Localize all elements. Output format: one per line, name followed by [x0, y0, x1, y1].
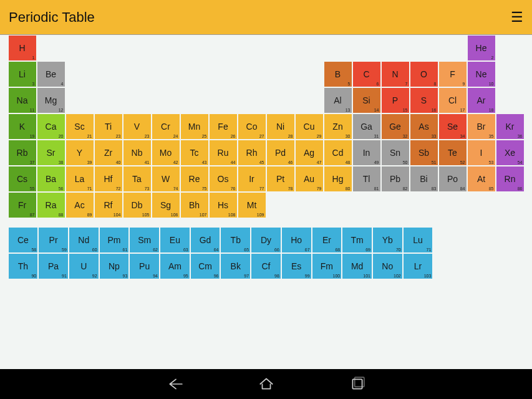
- element-cell-n[interactable]: N7: [381, 61, 410, 87]
- element-cell-pr[interactable]: Pr59: [38, 227, 69, 253]
- element-cell-si[interactable]: Si14: [352, 87, 381, 113]
- element-cell-fr[interactable]: Fr87: [8, 192, 37, 218]
- menu-icon[interactable]: ☰: [511, 11, 523, 24]
- element-cell-cs[interactable]: Cs55: [8, 166, 37, 192]
- element-cell-cm[interactable]: Cm96: [190, 253, 221, 279]
- element-cell-tm[interactable]: Tm69: [342, 227, 372, 253]
- element-cell-i[interactable]: I53: [467, 140, 496, 166]
- element-cell-hg[interactable]: Hg80: [324, 166, 352, 192]
- element-cell-u[interactable]: U92: [69, 253, 99, 279]
- element-cell-tc[interactable]: Tc43: [180, 140, 209, 166]
- element-cell-pu[interactable]: Pu94: [129, 253, 160, 279]
- element-cell-tb[interactable]: Tb65: [220, 227, 251, 253]
- element-cell-w[interactable]: W74: [152, 166, 180, 192]
- element-cell-nb[interactable]: Nb41: [123, 140, 152, 166]
- element-cell-tl[interactable]: Tl81: [352, 166, 381, 192]
- element-cell-li[interactable]: Li3: [8, 61, 37, 87]
- element-cell-nd[interactable]: Nd60: [69, 227, 99, 253]
- element-cell-lr[interactable]: Lr103: [403, 253, 433, 279]
- element-cell-co[interactable]: Co27: [238, 113, 266, 140]
- element-cell-in[interactable]: In49: [352, 140, 381, 166]
- element-cell-am[interactable]: Am95: [160, 253, 190, 279]
- element-cell-yb[interactable]: Yb70: [372, 227, 403, 253]
- element-cell-sc[interactable]: Sc21: [65, 113, 94, 140]
- element-cell-db[interactable]: Db105: [123, 192, 152, 218]
- element-cell-hs[interactable]: Hs108: [209, 192, 238, 218]
- element-cell-ge[interactable]: Ge32: [381, 113, 410, 140]
- element-cell-es[interactable]: Es99: [281, 253, 312, 279]
- element-cell-cr[interactable]: Cr24: [152, 113, 180, 140]
- element-cell-mo[interactable]: Mo42: [152, 140, 180, 166]
- element-cell-zr[interactable]: Zr40: [94, 140, 123, 166]
- element-cell-k[interactable]: K19: [8, 113, 37, 140]
- element-cell-no[interactable]: No102: [372, 253, 403, 279]
- element-cell-sg[interactable]: Sg106: [152, 192, 180, 218]
- element-cell-sm[interactable]: Sm62: [129, 227, 160, 253]
- element-cell-sb[interactable]: Sb51: [410, 140, 438, 166]
- element-cell-ca[interactable]: Ca20: [37, 113, 65, 140]
- element-cell-hf[interactable]: Hf72: [94, 166, 123, 192]
- home-icon[interactable]: [258, 376, 274, 392]
- element-cell-be[interactable]: Be4: [37, 61, 65, 87]
- recents-icon[interactable]: [349, 376, 365, 392]
- element-cell-c[interactable]: C6: [352, 61, 381, 87]
- element-cell-v[interactable]: V23: [123, 113, 152, 140]
- element-cell-bk[interactable]: Bk97: [220, 253, 251, 279]
- element-cell-ru[interactable]: Ru44: [209, 140, 238, 166]
- element-cell-ga[interactable]: Ga31: [352, 113, 381, 140]
- element-cell-kr[interactable]: Kr36: [496, 113, 525, 140]
- element-cell-se[interactable]: Se34: [438, 113, 467, 140]
- element-cell-pb[interactable]: Pb82: [381, 166, 410, 192]
- element-cell-na[interactable]: Na11: [8, 87, 37, 113]
- element-cell-ac[interactable]: Ac89: [65, 192, 94, 218]
- back-icon[interactable]: [167, 376, 183, 392]
- element-cell-pa[interactable]: Pa91: [38, 253, 69, 279]
- element-cell-ti[interactable]: Ti23: [94, 113, 123, 140]
- element-cell-f[interactable]: F9: [438, 61, 467, 87]
- element-cell-la[interactable]: La71: [65, 166, 94, 192]
- element-cell-ce[interactable]: Ce58: [8, 227, 39, 253]
- element-cell-os[interactable]: Os76: [209, 166, 238, 192]
- element-cell-ir[interactable]: Ir77: [238, 166, 266, 192]
- element-cell-h[interactable]: H1: [8, 35, 37, 61]
- element-cell-cd[interactable]: Cd48: [324, 140, 352, 166]
- element-cell-er[interactable]: Er68: [312, 227, 342, 253]
- element-cell-dy[interactable]: Dy66: [251, 227, 281, 253]
- element-cell-rh[interactable]: Rh45: [238, 140, 266, 166]
- element-cell-cf[interactable]: Cf98: [251, 253, 281, 279]
- element-cell-pd[interactable]: Pd46: [266, 140, 295, 166]
- element-cell-cl[interactable]: Cl17: [438, 87, 467, 113]
- element-cell-ra[interactable]: Ra88: [37, 192, 65, 218]
- element-cell-br[interactable]: Br35: [467, 113, 496, 140]
- element-cell-th[interactable]: Th90: [8, 253, 39, 279]
- element-cell-bh[interactable]: Bh107: [180, 192, 209, 218]
- element-cell-rf[interactable]: Rf104: [94, 192, 123, 218]
- element-cell-lu[interactable]: Lu71: [403, 227, 433, 253]
- element-cell-p[interactable]: P15: [381, 87, 410, 113]
- element-cell-ta[interactable]: Ta73: [123, 166, 152, 192]
- element-cell-bi[interactable]: Bi83: [410, 166, 438, 192]
- element-cell-np[interactable]: Np93: [99, 253, 130, 279]
- element-cell-pm[interactable]: Pm61: [99, 227, 130, 253]
- element-cell-al[interactable]: Al13: [324, 87, 352, 113]
- element-cell-s[interactable]: S16: [410, 87, 438, 113]
- element-cell-sn[interactable]: Sn50: [381, 140, 410, 166]
- element-cell-gd[interactable]: Gd64: [190, 227, 221, 253]
- element-cell-rn[interactable]: Rn86: [496, 166, 525, 192]
- element-cell-ag[interactable]: Ag47: [295, 140, 324, 166]
- element-cell-md[interactable]: Md101: [342, 253, 372, 279]
- element-cell-mn[interactable]: Mn25: [180, 113, 209, 140]
- element-cell-rb[interactable]: Rb37: [8, 140, 37, 166]
- element-cell-ne[interactable]: Ne10: [467, 61, 496, 87]
- element-cell-pt[interactable]: Pt78: [266, 166, 295, 192]
- element-cell-po[interactable]: Po84: [438, 166, 467, 192]
- element-cell-at[interactable]: At85: [467, 166, 496, 192]
- element-cell-zn[interactable]: Zn30: [324, 113, 352, 140]
- element-cell-eu[interactable]: Eu63: [160, 227, 190, 253]
- element-cell-ar[interactable]: Ar18: [467, 87, 496, 113]
- element-cell-cu[interactable]: Cu29: [295, 113, 324, 140]
- element-cell-sr[interactable]: Sr38: [37, 140, 65, 166]
- element-cell-ni[interactable]: Ni28: [266, 113, 295, 140]
- element-cell-re[interactable]: Re75: [180, 166, 209, 192]
- element-cell-au[interactable]: Au79: [295, 166, 324, 192]
